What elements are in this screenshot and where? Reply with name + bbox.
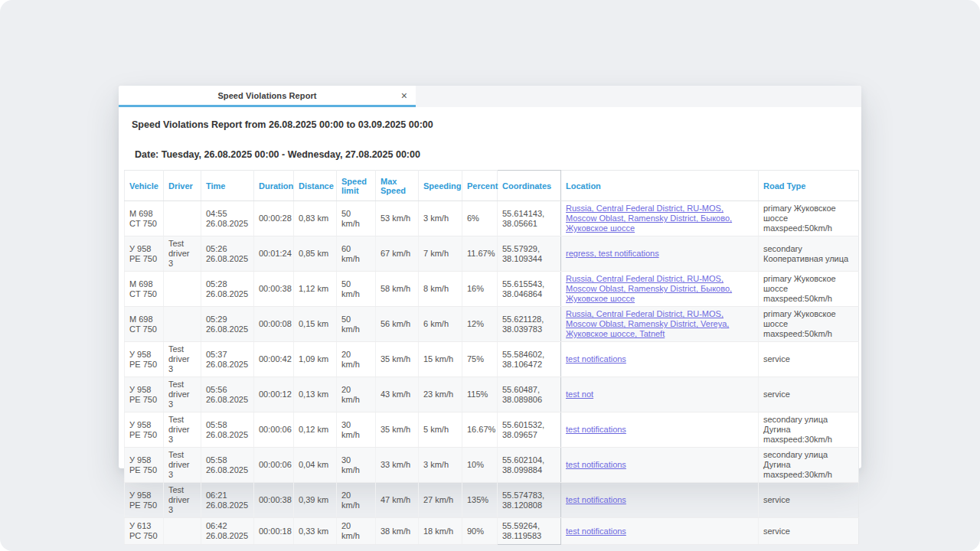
- coordinates-cell: 55.57929, 38.109344: [498, 236, 561, 272]
- location-link[interactable]: Russia, Central Federal District, RU-MOS…: [566, 204, 732, 233]
- violations-table-container: Vehicle Driver Time Duration Distance Sp…: [124, 170, 858, 545]
- page-background: Speed Violations Report × Speed Violatio…: [0, 0, 980, 551]
- tab-speed-violations-report[interactable]: Speed Violations Report ×: [119, 86, 416, 107]
- location-cell: Russia, Central Federal District, RU-MOS…: [561, 272, 759, 307]
- location-link[interactable]: Russia, Central Federal District, RU-MOS…: [566, 309, 729, 338]
- table-row: M 698 CT 75005:2926.08.202500:00:080,15 …: [125, 307, 859, 342]
- time-cell: 05:5826.08.2025: [201, 412, 254, 448]
- distance-cell: 0,15 km: [294, 307, 337, 342]
- vehicle-cell: У 958 РЕ 750: [125, 483, 164, 518]
- driver-cell: Test driver 3: [164, 342, 201, 377]
- road-type-cell: secondary Кооперативная улица: [759, 236, 859, 272]
- report-window: Speed Violations Report × Speed Violatio…: [119, 86, 861, 468]
- speeding-cell: 7 km/h: [419, 236, 462, 272]
- driver-cell: [164, 272, 201, 307]
- time-value: 05:56: [206, 385, 249, 395]
- distance-cell: 0,12 km: [294, 412, 337, 448]
- max-speed-cell: 33 km/h: [376, 448, 419, 483]
- date-value: 26.08.2025: [206, 430, 249, 440]
- tab-bar: Speed Violations Report ×: [119, 86, 861, 107]
- percent-cell: 115%: [462, 377, 498, 412]
- distance-cell: 0,33 km: [294, 518, 337, 545]
- violations-table: Vehicle Driver Time Duration Distance Sp…: [124, 170, 859, 545]
- duration-cell: 00:00:18: [254, 518, 294, 545]
- speed-limit-cell: 20 km/h: [337, 483, 376, 518]
- speed-limit-cell: 30 km/h: [337, 448, 376, 483]
- location-cell: test notifications: [561, 342, 759, 377]
- time-cell: 05:2926.08.2025: [201, 307, 254, 342]
- duration-cell: 00:00:06: [254, 448, 294, 483]
- location-link[interactable]: test notifications: [566, 354, 626, 364]
- date-value: 26.08.2025: [206, 500, 249, 510]
- column-header-road-type: Road Type: [759, 171, 859, 201]
- report-body: Speed Violations Report from 26.08.2025 …: [119, 107, 861, 468]
- location-link[interactable]: Russia, Central Federal District, RU-MOS…: [566, 274, 732, 303]
- location-link[interactable]: test notifications: [566, 495, 626, 504]
- time-cell: 05:5626.08.2025: [201, 377, 254, 412]
- speeding-cell: 8 km/h: [419, 272, 462, 307]
- duration-cell: 00:00:06: [254, 412, 294, 448]
- vehicle-cell: У 958 РЕ 750: [125, 377, 164, 412]
- duration-cell: 00:00:42: [254, 342, 294, 377]
- max-speed-cell: 58 km/h: [376, 272, 419, 307]
- distance-cell: 1,09 km: [294, 342, 337, 377]
- table-row: У 958 РЕ 750Test driver 305:3726.08.2025…: [125, 342, 859, 377]
- distance-cell: 0,13 km: [294, 377, 337, 412]
- speed-limit-cell: 60 km/h: [337, 236, 376, 272]
- max-speed-cell: 47 km/h: [376, 483, 419, 518]
- location-link[interactable]: test notifications: [566, 425, 626, 434]
- time-cell: 05:2826.08.2025: [201, 272, 254, 307]
- coordinates-cell: 55.602104, 38.099884: [498, 448, 561, 483]
- location-link[interactable]: test not: [566, 390, 593, 399]
- column-header-max-speed: Max Speed: [376, 171, 419, 201]
- driver-cell: Test driver 3: [164, 483, 201, 518]
- location-link[interactable]: regress, test notifications: [566, 249, 659, 258]
- coordinates-cell: 55.614143, 38.05661: [498, 201, 561, 236]
- time-cell: 06:2126.08.2025: [201, 483, 254, 518]
- time-value: 05:58: [206, 455, 249, 465]
- vehicle-cell: У 958 РЕ 750: [125, 236, 164, 272]
- coordinates-cell: 55.615543, 38.046864: [498, 272, 561, 307]
- date-value: 26.08.2025: [206, 219, 249, 229]
- location-cell: test notifications: [561, 518, 759, 545]
- date-value: 26.08.2025: [206, 465, 249, 475]
- time-value: 05:29: [206, 315, 249, 324]
- location-cell: Russia, Central Federal District, RU-MOS…: [561, 201, 759, 236]
- distance-cell: 0,39 km: [294, 483, 337, 518]
- date-value: 26.08.2025: [206, 324, 249, 334]
- driver-cell: [164, 307, 201, 342]
- percent-cell: 12%: [462, 307, 498, 342]
- percent-cell: 16.67%: [462, 412, 498, 448]
- time-cell: 05:2626.08.2025: [201, 236, 254, 272]
- location-link[interactable]: test notifications: [566, 527, 626, 536]
- road-type-cell: primary Жуковское шоссе maxspeed:50km/h: [759, 201, 859, 236]
- speeding-cell: 5 km/h: [419, 412, 462, 448]
- close-icon[interactable]: ×: [400, 90, 409, 101]
- column-header-percent: Percent: [462, 171, 498, 201]
- time-cell: 05:3726.08.2025: [201, 342, 254, 377]
- duration-cell: 00:00:28: [254, 201, 294, 236]
- location-link[interactable]: test notifications: [566, 460, 626, 469]
- time-value: 05:26: [206, 244, 249, 254]
- table-row: У 613 РС 75006:4226.08.202500:00:180,33 …: [125, 518, 859, 545]
- max-speed-cell: 35 km/h: [376, 342, 419, 377]
- coordinates-cell: 55.584602, 38.106472: [498, 342, 561, 377]
- table-row: У 958 РЕ 750Test driver 305:5826.08.2025…: [125, 412, 859, 448]
- vehicle-cell: У 613 РС 750: [125, 518, 164, 545]
- column-header-speeding: Speeding: [419, 171, 462, 201]
- report-title: Speed Violations Report from 26.08.2025 …: [119, 107, 861, 130]
- speed-limit-cell: 50 km/h: [337, 201, 376, 236]
- time-value: 06:42: [206, 521, 249, 531]
- table-row: M 698 CT 75005:2826.08.202500:00:381,12 …: [125, 272, 859, 307]
- distance-cell: 0,85 km: [294, 236, 337, 272]
- max-speed-cell: 53 km/h: [376, 201, 419, 236]
- location-cell: test notifications: [561, 412, 759, 448]
- coordinates-cell: 55.59264, 38.119583: [498, 518, 561, 545]
- speeding-cell: 3 km/h: [419, 201, 462, 236]
- date-value: 26.08.2025: [206, 395, 249, 405]
- coordinates-cell: 55.621128, 38.039783: [498, 307, 561, 342]
- max-speed-cell: 38 km/h: [376, 518, 419, 545]
- location-cell: Russia, Central Federal District, RU-MOS…: [561, 307, 759, 342]
- violations-tbody: M 698 CT 75004:5526.08.202500:00:280,83 …: [125, 201, 859, 545]
- road-type-cell: service: [759, 483, 859, 518]
